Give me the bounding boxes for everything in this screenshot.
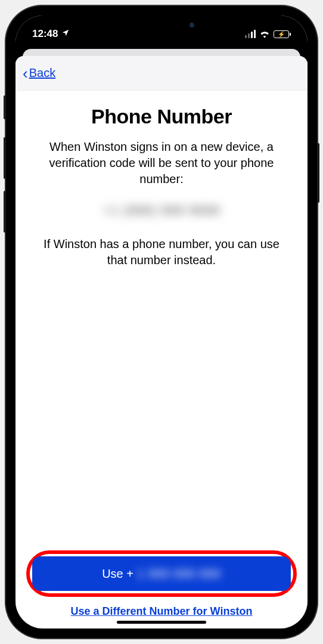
use-different-number-link[interactable]: Use a Different Number for Winston: [26, 605, 297, 618]
nav-bar: ‹ Back: [15, 56, 308, 91]
back-label: Back: [29, 66, 55, 80]
screen: 12:48 ⚡: [15, 16, 308, 628]
use-number-prefix: Use +: [102, 567, 133, 581]
use-number-redacted: 1 888 888 888: [137, 567, 221, 581]
page-title: Phone Number: [91, 105, 232, 128]
location-services-icon: [61, 28, 70, 40]
status-time: 12:48: [32, 28, 58, 40]
volume-up-button: [4, 137, 6, 179]
notch: [99, 16, 224, 35]
back-button[interactable]: ‹ Back: [23, 66, 55, 81]
content-area: Phone Number When Winston signs in on a …: [15, 91, 308, 550]
phone-number-redacted: +1 (888) 888 8888: [103, 203, 220, 218]
use-number-button[interactable]: Use + 1 888 888 888: [32, 556, 291, 591]
description-text: When Winston signs in on a new device, a…: [30, 139, 293, 187]
volume-down-button: [4, 191, 6, 233]
chevron-left-icon: ‹: [23, 66, 28, 81]
wifi-icon: [259, 30, 270, 38]
annotation-highlight: Use + 1 888 888 888: [26, 550, 297, 597]
modal-stack: ‹ Back Phone Number When Winston signs i…: [15, 44, 308, 628]
battery-charging-icon: ⚡: [274, 30, 291, 38]
cellular-signal-icon: [245, 30, 256, 38]
bottom-actions: Use + 1 888 888 888 Use a Different Numb…: [15, 550, 308, 628]
power-button: [317, 143, 319, 203]
phone-frame: 12:48 ⚡: [6, 6, 317, 638]
foreground-card: ‹ Back Phone Number When Winston signs i…: [15, 56, 308, 628]
mute-switch: [4, 95, 6, 119]
home-indicator[interactable]: [117, 621, 206, 624]
face-id-sensor: [190, 23, 194, 27]
description-text-2: If Winston has a phone number, you can u…: [30, 236, 293, 268]
